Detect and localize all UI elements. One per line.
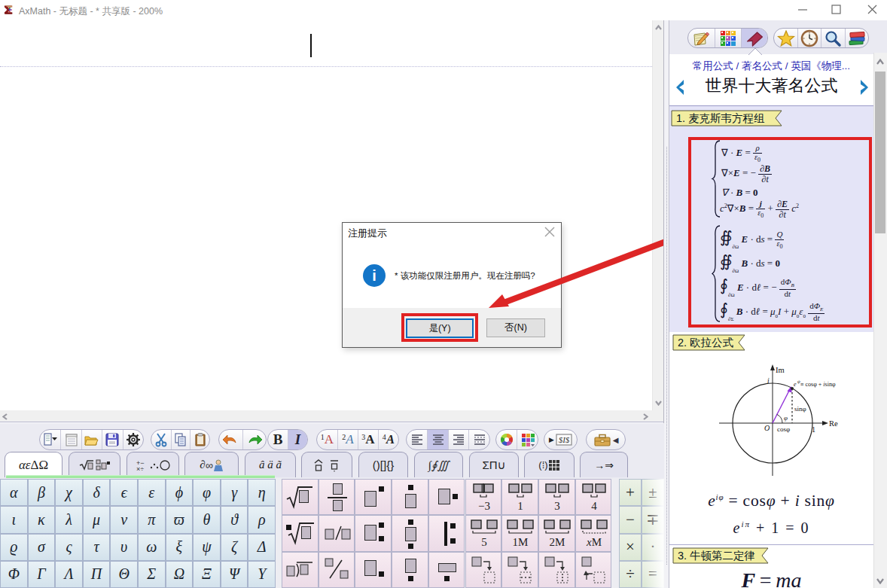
svg-text:φ: φ	[784, 414, 788, 422]
svg-text:$I$: $I$	[559, 435, 570, 444]
svg-text:≡ cosφ + isinφ: ≡ cosφ + isinφ	[800, 381, 836, 388]
svg-text:×÷: ×÷	[136, 465, 144, 472]
svg-text:1: 1	[517, 500, 523, 512]
svg-text:xM: xM	[586, 536, 602, 548]
svg-text:−3: −3	[478, 500, 490, 512]
svg-text:1. 麦克斯韦方程组: 1. 麦克斯韦方程组	[676, 112, 765, 124]
svg-text:Re: Re	[829, 419, 838, 428]
svg-text:1: 1	[812, 425, 815, 434]
svg-text:2. 欧拉公式: 2. 欧拉公式	[678, 337, 734, 349]
svg-text:3. 牛顿第二定律: 3. 牛顿第二定律	[678, 550, 755, 562]
svg-text:i: i	[767, 377, 770, 385]
svg-text:1M: 1M	[513, 536, 529, 548]
svg-text:e: e	[794, 381, 797, 388]
svg-text:2M: 2M	[549, 536, 565, 548]
svg-text:cosφ: cosφ	[777, 425, 790, 433]
svg-text:4: 4	[591, 500, 597, 512]
svg-text:3: 3	[554, 500, 560, 512]
svg-text:Im: Im	[776, 366, 785, 374]
svg-text:O: O	[764, 424, 770, 432]
svg-text:5: 5	[481, 536, 487, 548]
svg-text:sinφ: sinφ	[794, 405, 806, 413]
